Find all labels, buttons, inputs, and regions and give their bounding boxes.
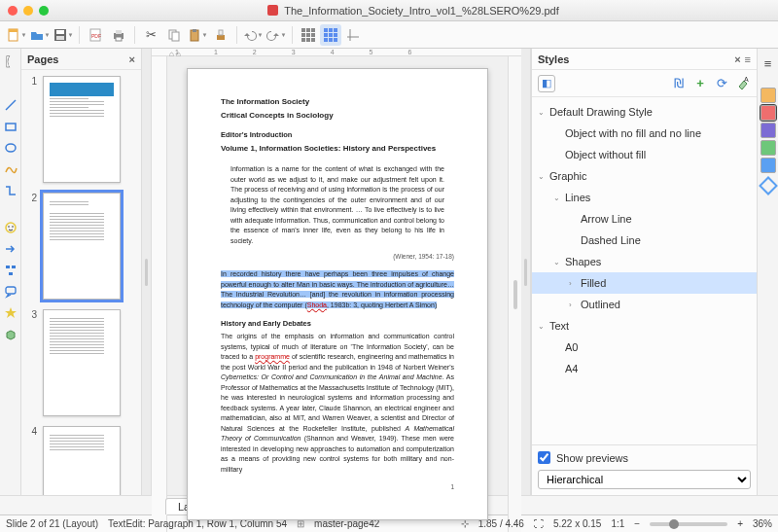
drawing-styles-icon[interactable]: ◧ [538, 75, 555, 92]
doc-heading-history: History and Early Debates [221, 318, 454, 329]
style-tree-item[interactable]: ›Outlined [532, 294, 757, 315]
style-tree-item[interactable]: Dashed Line [532, 230, 757, 251]
paste-button[interactable]: ▼ [187, 24, 208, 46]
redo-button[interactable]: ▼ [265, 24, 287, 46]
styles-panel: Styles × ≡ ◧ ₪ + ⟳ A ⌄Default Drawing St… [531, 49, 757, 495]
styles-panel-resize-handle[interactable] [521, 49, 531, 495]
fill-format-mode-icon[interactable]: A [735, 76, 751, 91]
export-pdf-button[interactable]: PDF [85, 24, 106, 46]
save-button[interactable]: ▼ [53, 24, 74, 46]
new-document-button[interactable]: ▼ [6, 24, 27, 46]
vertical-scrollbar[interactable] [508, 56, 521, 532]
status-zoom[interactable]: 36% [753, 518, 772, 529]
svg-rect-9 [116, 37, 122, 41]
svg-text:A: A [744, 77, 749, 83]
undo-button[interactable]: ▼ [242, 24, 264, 46]
minimize-window-icon[interactable] [23, 6, 33, 16]
style-tree-item[interactable]: Arrow Line [532, 208, 757, 230]
style-tree-item[interactable]: Object with no fill and no line [532, 123, 757, 144]
tree-expand-icon[interactable]: ⌄ [538, 322, 549, 331]
close-window-icon[interactable] [8, 6, 18, 16]
canvas[interactable]: The Information Society Critical Concept… [167, 56, 508, 532]
document-area: ⌂ ⌂ 1123456 The Information Society Crit… [152, 49, 521, 495]
horizontal-ruler[interactable]: ⌂ ⌂ 1123456 [152, 49, 521, 56]
status-selection-size: 5.22 x 0.15 [553, 518, 601, 529]
svg-rect-4 [56, 36, 64, 40]
connector-tool[interactable] [1, 181, 20, 200]
rectangle-tool[interactable] [1, 117, 20, 136]
deck-tab-properties[interactable] [760, 88, 776, 103]
style-tree-item[interactable]: ›Filled [532, 272, 757, 294]
deck-tab-navigator[interactable] [760, 140, 776, 156]
style-tree-item[interactable]: ⌄Shapes [532, 251, 757, 272]
refresh-styles-icon[interactable]: ⟳ [714, 76, 729, 91]
pages-panel-resize-handle[interactable] [142, 49, 152, 495]
snap-grid-button[interactable] [320, 24, 341, 46]
curve-tool[interactable] [1, 160, 20, 179]
svg-rect-19 [6, 124, 16, 130]
properties-deck-icon[interactable]: ≡ [758, 53, 779, 74]
style-tree-label: Object without fill [565, 149, 646, 160]
pdf-file-icon [267, 5, 278, 16]
line-tool[interactable] [1, 95, 20, 115]
pages-list[interactable]: 1 2 3 4 [21, 70, 141, 495]
tree-expand-icon[interactable]: ⌄ [538, 108, 549, 117]
svg-rect-8 [116, 30, 122, 34]
style-tree-label: A4 [565, 363, 578, 374]
style-tree-item[interactable]: A4 [532, 358, 757, 379]
tree-expand-icon[interactable]: ⌄ [538, 172, 549, 181]
style-tree-item[interactable]: ⌄Default Drawing Style [532, 101, 757, 123]
zoom-window-icon[interactable] [39, 6, 49, 16]
cut-button[interactable]: ✂ [140, 24, 161, 46]
print-button[interactable] [108, 24, 129, 46]
grid-view-button[interactable] [298, 24, 319, 46]
ellipse-tool[interactable] [1, 138, 20, 158]
open-document-button[interactable]: ▼ [29, 24, 51, 46]
style-tree-item[interactable]: ⌄Graphic [532, 165, 757, 187]
deck-tab-styles[interactable] [760, 105, 776, 121]
styles-view-mode-select[interactable]: Hierarchical [538, 470, 751, 489]
star-tool[interactable] [1, 303, 20, 323]
deck-tab-effects[interactable] [759, 176, 778, 195]
styles-tree[interactable]: ⌄Default Drawing StyleObject with no fil… [532, 97, 757, 444]
page-thumb[interactable]: 1 [25, 76, 137, 183]
update-style-icon[interactable]: ₪ [671, 76, 687, 91]
select-tool[interactable]: 〖 [1, 53, 20, 72]
vertical-ruler[interactable] [152, 56, 167, 532]
doc-quote-attrib: (Wiener, 1954: 17-18) [221, 252, 454, 262]
page-thumb[interactable]: 3 [25, 309, 137, 416]
flowchart-tool[interactable] [1, 261, 20, 280]
clone-formatting-button[interactable] [210, 24, 231, 46]
new-style-icon[interactable]: + [692, 76, 708, 91]
show-previews-checkbox[interactable]: Show previews [538, 451, 751, 464]
deck-tab-gallery[interactable] [760, 123, 776, 138]
style-tree-item[interactable]: A0 [532, 337, 757, 358]
style-tree-label: Lines [565, 192, 590, 203]
deck-tab-shapes[interactable] [760, 158, 776, 173]
styles-panel-menu-icon[interactable]: ≡ [745, 53, 751, 65]
guides-button[interactable] [342, 24, 364, 46]
page-thumb[interactable]: 4 [25, 426, 137, 495]
arrow-shapes-tool[interactable] [1, 239, 20, 259]
copy-button[interactable] [163, 24, 185, 46]
close-pages-panel-icon[interactable]: × [129, 53, 135, 65]
zoom-slider[interactable] [650, 522, 727, 526]
style-tree-label: Filled [581, 277, 606, 289]
page-thumb[interactable]: 2 [25, 193, 137, 300]
pages-panel: Pages × 1 2 3 4 [21, 49, 142, 495]
tree-expand-icon[interactable]: › [569, 301, 581, 309]
status-fit-button[interactable]: 1:1 [611, 518, 624, 529]
callout-tool[interactable] [1, 282, 20, 301]
3d-tool[interactable] [1, 325, 20, 344]
main-toolbar: ▼ ▼ ▼ PDF ✂ ▼ ▼ ▼ [0, 21, 778, 49]
style-tree-item[interactable]: ⌄Text [532, 315, 757, 337]
tree-expand-icon[interactable]: ⌄ [553, 194, 565, 202]
tree-expand-icon[interactable]: ⌄ [553, 258, 565, 266]
tree-expand-icon[interactable]: › [569, 279, 581, 288]
page-content[interactable]: The Information Society Critical Concept… [187, 68, 488, 520]
basic-shapes-tool[interactable] [1, 218, 20, 237]
style-tree-item[interactable]: ⌄Lines [532, 187, 757, 208]
style-tree-item[interactable]: Object without fill [532, 144, 757, 165]
doc-subtitle-2: Volume 1, Information Societies: History… [221, 143, 454, 155]
close-styles-panel-icon[interactable]: × [734, 53, 740, 65]
